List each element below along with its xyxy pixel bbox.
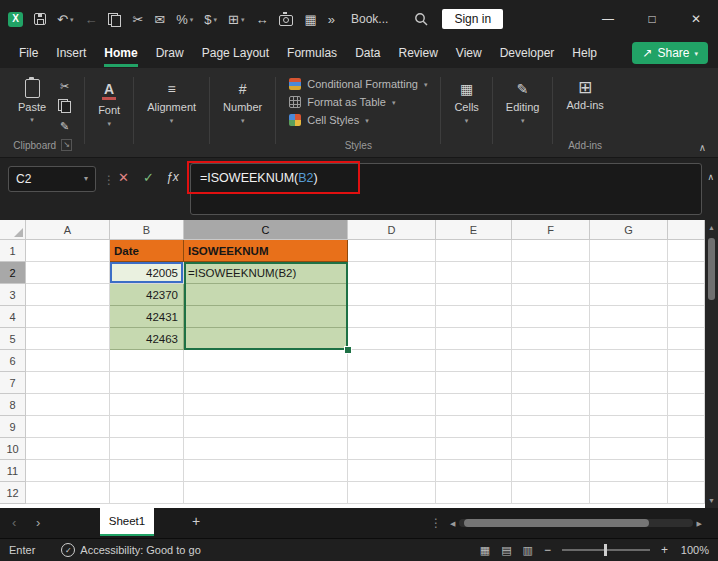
cell-B6[interactable] bbox=[110, 350, 184, 372]
share-button[interactable]: ↗ Share ▾ bbox=[632, 42, 708, 64]
save-button[interactable] bbox=[34, 13, 46, 25]
tab-insert[interactable]: Insert bbox=[47, 39, 95, 68]
row-header-2[interactable]: 2 bbox=[0, 262, 26, 284]
cell-A7[interactable] bbox=[26, 372, 110, 394]
cell-G6[interactable] bbox=[590, 350, 668, 372]
new-sheet-button[interactable]: + bbox=[192, 514, 200, 528]
cancel-button[interactable]: ✕ bbox=[118, 171, 129, 184]
row-header-6[interactable]: 6 bbox=[0, 350, 26, 372]
zoom-level[interactable]: 100% bbox=[679, 544, 709, 556]
cell-C1[interactable]: ISOWEEKNUM bbox=[184, 240, 348, 262]
app-icon[interactable] bbox=[8, 12, 23, 27]
undo-button[interactable]: ↶▾ bbox=[57, 13, 73, 26]
cell-D10[interactable] bbox=[348, 438, 436, 460]
cell-E1[interactable] bbox=[436, 240, 512, 262]
tab-formulas[interactable]: Formulas bbox=[278, 39, 346, 68]
row-header-7[interactable]: 7 bbox=[0, 372, 26, 394]
fill-handle[interactable] bbox=[344, 346, 352, 354]
cell-D8[interactable] bbox=[348, 394, 436, 416]
cell-B11[interactable] bbox=[110, 460, 184, 482]
camera-icon[interactable] bbox=[279, 13, 293, 26]
cell-C6[interactable] bbox=[184, 350, 348, 372]
tab-file[interactable]: File bbox=[10, 39, 47, 68]
previous-sheet-icon[interactable]: ‹ bbox=[12, 516, 16, 529]
cell-H12[interactable] bbox=[668, 482, 705, 504]
column-header-E[interactable]: E bbox=[436, 220, 512, 240]
sheet-tab-sheet1[interactable]: Sheet1 bbox=[100, 508, 154, 536]
cell-A11[interactable] bbox=[26, 460, 110, 482]
cell-E11[interactable] bbox=[436, 460, 512, 482]
vertical-scrollbar[interactable]: ▲ ▼ bbox=[705, 220, 718, 508]
tab-view[interactable]: View bbox=[447, 39, 491, 68]
number-group-button[interactable]: # Number ▾ bbox=[213, 71, 272, 154]
tab-home[interactable]: Home bbox=[95, 39, 146, 68]
select-all-button[interactable] bbox=[0, 220, 26, 240]
cell-B7[interactable] bbox=[110, 372, 184, 394]
row-header-12[interactable]: 12 bbox=[0, 482, 26, 504]
cell-B1[interactable]: Date bbox=[110, 240, 184, 262]
cell-C9[interactable] bbox=[184, 416, 348, 438]
font-group-button[interactable]: A Font ▾ bbox=[88, 71, 130, 154]
zoom-in-button[interactable]: + bbox=[661, 544, 668, 556]
cell-G2[interactable] bbox=[590, 262, 668, 284]
cell-D1[interactable] bbox=[348, 240, 436, 262]
row-header-5[interactable]: 5 bbox=[0, 328, 26, 350]
collapse-ribbon-button[interactable]: ∧ bbox=[699, 142, 706, 153]
row-header-11[interactable]: 11 bbox=[0, 460, 26, 482]
cell-C3[interactable] bbox=[184, 284, 348, 306]
cell-A1[interactable] bbox=[26, 240, 110, 262]
scroll-up-icon[interactable]: ▲ bbox=[708, 220, 715, 231]
cell-B3[interactable]: 42370 bbox=[110, 284, 184, 306]
cell-D4[interactable] bbox=[348, 306, 436, 328]
cell-F7[interactable] bbox=[512, 372, 590, 394]
cut-button[interactable]: ✂ bbox=[132, 13, 143, 26]
cell-G3[interactable] bbox=[590, 284, 668, 306]
page-layout-view-button[interactable]: ▤ bbox=[501, 545, 511, 556]
cell-B12[interactable] bbox=[110, 482, 184, 504]
cell-F3[interactable] bbox=[512, 284, 590, 306]
mail-icon[interactable]: ✉ bbox=[154, 13, 165, 26]
cell-E8[interactable] bbox=[436, 394, 512, 416]
cell-F11[interactable] bbox=[512, 460, 590, 482]
cell-H3[interactable] bbox=[668, 284, 705, 306]
cell-C7[interactable] bbox=[184, 372, 348, 394]
row-header-1[interactable]: 1 bbox=[0, 240, 26, 262]
column-header-C[interactable]: C bbox=[184, 220, 348, 240]
copy-button[interactable] bbox=[108, 13, 121, 26]
cell-A9[interactable] bbox=[26, 416, 110, 438]
sign-in-button[interactable]: Sign in bbox=[442, 9, 503, 29]
cut-button[interactable]: ✂ bbox=[60, 81, 69, 92]
cell-G4[interactable] bbox=[590, 306, 668, 328]
tab-draw[interactable]: Draw bbox=[147, 39, 193, 68]
cell-C8[interactable] bbox=[184, 394, 348, 416]
search-icon[interactable] bbox=[414, 12, 428, 26]
row-header-9[interactable]: 9 bbox=[0, 416, 26, 438]
back-button[interactable]: ← bbox=[84, 13, 97, 26]
cell-H8[interactable] bbox=[668, 394, 705, 416]
cell-F12[interactable] bbox=[512, 482, 590, 504]
borders-button[interactable]: ⊞▾ bbox=[228, 13, 244, 26]
cell-F8[interactable] bbox=[512, 394, 590, 416]
cell-F9[interactable] bbox=[512, 416, 590, 438]
cell-F10[interactable] bbox=[512, 438, 590, 460]
cell-E6[interactable] bbox=[436, 350, 512, 372]
alignment-group-button[interactable]: ≡ Alignment ▾ bbox=[137, 71, 206, 154]
cell-A4[interactable] bbox=[26, 306, 110, 328]
cell-E9[interactable] bbox=[436, 416, 512, 438]
zoom-out-button[interactable]: − bbox=[544, 544, 551, 556]
cell-E12[interactable] bbox=[436, 482, 512, 504]
cell-D6[interactable] bbox=[348, 350, 436, 372]
cell-B10[interactable] bbox=[110, 438, 184, 460]
maximize-button[interactable]: □ bbox=[630, 0, 674, 38]
cell-B2[interactable]: 42005 bbox=[110, 262, 184, 284]
close-button[interactable]: ✕ bbox=[674, 0, 718, 38]
cell-G12[interactable] bbox=[590, 482, 668, 504]
table-button[interactable]: ▦ bbox=[304, 13, 316, 26]
accessibility-status[interactable]: ✓ Accessibility: Good to go bbox=[61, 543, 200, 557]
row-header-3[interactable]: 3 bbox=[0, 284, 26, 306]
cell-D9[interactable] bbox=[348, 416, 436, 438]
tab-help[interactable]: Help bbox=[563, 39, 606, 68]
cell-D2[interactable] bbox=[348, 262, 436, 284]
cell-C2[interactable]: =ISOWEEKNUM(B2) bbox=[184, 262, 348, 284]
cell-B8[interactable] bbox=[110, 394, 184, 416]
